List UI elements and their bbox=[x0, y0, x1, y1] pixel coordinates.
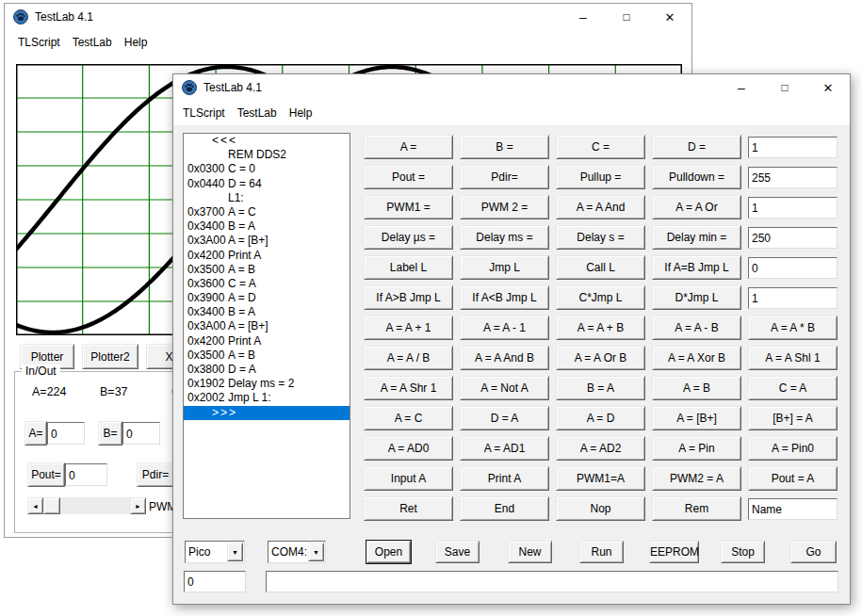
stop-button[interactable]: Stop bbox=[721, 541, 765, 563]
minimize-icon[interactable]: – bbox=[561, 4, 605, 30]
op-button-r9c5[interactable]: C = A bbox=[748, 376, 838, 400]
param-field-r3[interactable] bbox=[748, 197, 838, 219]
op-button-r5c2[interactable]: Jmp L bbox=[460, 255, 549, 280]
param-field-r13[interactable] bbox=[748, 498, 838, 520]
listing-row[interactable]: 0x3A00A = [B+] bbox=[184, 234, 350, 248]
listing-row[interactable]: 0x3500A = B bbox=[184, 263, 350, 277]
listing-row[interactable]: 0x3A00A = [B+] bbox=[184, 319, 350, 333]
op-button-r4c3[interactable]: Delay s = bbox=[556, 225, 645, 250]
listing-row[interactable]: L1: bbox=[184, 191, 350, 205]
op-button-r10c2[interactable]: D = A bbox=[460, 406, 549, 430]
message-field[interactable] bbox=[266, 571, 838, 592]
op-button-r13c4[interactable]: Rem bbox=[652, 496, 741, 521]
op-button-r11c2[interactable]: A = AD1 bbox=[460, 436, 549, 461]
op-button-r4c2[interactable]: Delay ms = bbox=[460, 225, 549, 250]
menu-testlab[interactable]: TestLab bbox=[73, 36, 112, 49]
param-field-r2[interactable] bbox=[748, 167, 838, 188]
op-button-r7c2[interactable]: A = A - 1 bbox=[460, 316, 549, 340]
pdir-button[interactable]: Pdir= bbox=[137, 462, 174, 487]
op-button-r4c1[interactable]: Delay µs = bbox=[364, 225, 453, 250]
param-field-r5[interactable] bbox=[748, 257, 838, 279]
param-field-r6[interactable] bbox=[748, 287, 838, 309]
op-button-r12c1[interactable]: Input A bbox=[364, 466, 453, 491]
op-button-r13c3[interactable]: Nop bbox=[556, 496, 645, 521]
op-button-r8c4[interactable]: A = A Xor B bbox=[652, 346, 741, 370]
op-button-r1c3[interactable]: C = bbox=[556, 135, 645, 159]
chevron-down-icon[interactable]: ▼ bbox=[308, 543, 324, 561]
scrollbar-thumb[interactable] bbox=[43, 497, 60, 514]
value-field[interactable] bbox=[184, 571, 246, 592]
listing-row[interactable]: 0x4200Print A bbox=[184, 249, 350, 263]
op-button-r11c3[interactable]: A = AD2 bbox=[556, 436, 645, 461]
op-button-r2c2[interactable]: Pdir= bbox=[460, 165, 549, 189]
run-button[interactable]: Run bbox=[579, 541, 624, 563]
op-button-r2c3[interactable]: Pullup = bbox=[556, 165, 645, 189]
op-button-r2c1[interactable]: Pout = bbox=[364, 165, 453, 189]
listing-row[interactable]: 0x0300C = 0 bbox=[184, 162, 350, 176]
op-button-r7c3[interactable]: A = A + B bbox=[556, 316, 645, 340]
listing-row-selected[interactable]: >>> bbox=[184, 406, 350, 420]
op-button-r13c2[interactable]: End bbox=[460, 496, 549, 521]
maximize-icon[interactable]: □ bbox=[763, 74, 806, 101]
plotter2-button[interactable]: Plotter2 bbox=[82, 344, 138, 369]
op-button-r5c1[interactable]: Label L bbox=[364, 255, 453, 280]
op-button-r3c4[interactable]: A = A Or bbox=[652, 195, 741, 219]
listing-row[interactable]: 0x0440D = 64 bbox=[184, 177, 350, 191]
param-field-r1[interactable] bbox=[748, 137, 838, 158]
op-button-r10c4[interactable]: A = [B+] bbox=[652, 406, 741, 430]
scroll-left-icon[interactable]: ◄ bbox=[27, 497, 43, 514]
op-button-r1c4[interactable]: D = bbox=[652, 135, 741, 159]
op-button-r4c4[interactable]: Delay min = bbox=[652, 225, 741, 250]
listing-row[interactable]: 0x3400B = A bbox=[184, 305, 350, 319]
op-button-r5c3[interactable]: Call L bbox=[556, 255, 645, 280]
param-field-r4[interactable] bbox=[748, 227, 838, 249]
op-button-r8c5[interactable]: A = A Shl 1 bbox=[748, 346, 838, 370]
op-button-r12c3[interactable]: PWM1=A bbox=[556, 466, 645, 491]
menu-tlscript[interactable]: TLScript bbox=[183, 106, 225, 120]
new-button[interactable]: New bbox=[508, 541, 552, 563]
set-a-button[interactable]: A= bbox=[24, 421, 47, 446]
op-button-r9c1[interactable]: A = A Shr 1 bbox=[364, 376, 453, 400]
op-button-r9c4[interactable]: A = B bbox=[652, 376, 741, 400]
op-button-r9c2[interactable]: A = Not A bbox=[460, 376, 549, 400]
op-button-r3c3[interactable]: A = A And bbox=[556, 195, 645, 219]
menu-tlscript[interactable]: TLScript bbox=[18, 36, 60, 49]
listing-row[interactable]: 0x4200Print A bbox=[184, 334, 350, 349]
listing-row[interactable]: 0x3500A = B bbox=[184, 349, 350, 363]
op-button-r6c2[interactable]: If A<B Jmp L bbox=[460, 285, 549, 310]
op-button-r10c5[interactable]: [B+] = A bbox=[748, 406, 838, 430]
op-button-r8c2[interactable]: A = A And B bbox=[460, 346, 549, 370]
op-button-r12c4[interactable]: PWM2 = A bbox=[652, 466, 741, 491]
op-button-r5c4[interactable]: If A=B Jmp L bbox=[652, 255, 741, 280]
a-input[interactable] bbox=[47, 422, 85, 445]
scrollbar-track[interactable] bbox=[60, 497, 130, 514]
b-input[interactable] bbox=[122, 422, 160, 445]
pout-button[interactable]: Pout= bbox=[27, 462, 65, 487]
op-button-r8c3[interactable]: A = A Or B bbox=[556, 346, 645, 370]
op-button-r11c4[interactable]: A = Pin bbox=[652, 436, 741, 461]
op-button-r7c5[interactable]: A = A * B bbox=[748, 316, 838, 340]
minimize-icon[interactable]: – bbox=[720, 74, 763, 101]
op-button-r1c2[interactable]: B = bbox=[460, 135, 549, 159]
op-button-r7c1[interactable]: A = A + 1 bbox=[364, 316, 453, 340]
op-button-r12c5[interactable]: Pout = A bbox=[748, 466, 838, 491]
eeprom-button[interactable]: EEPROM bbox=[649, 541, 699, 563]
com-port-select[interactable]: COM4: ▼ bbox=[268, 541, 326, 563]
device-select[interactable]: Pico ▼ bbox=[185, 541, 245, 563]
op-button-r10c1[interactable]: A = C bbox=[364, 406, 453, 430]
op-button-r6c4[interactable]: D*Jmp L bbox=[652, 285, 741, 310]
open-button[interactable]: Open bbox=[366, 541, 411, 563]
op-button-r6c3[interactable]: C*Jmp L bbox=[556, 285, 645, 310]
op-button-r11c5[interactable]: A = Pin0 bbox=[748, 436, 838, 461]
op-button-r13c1[interactable]: Ret bbox=[364, 496, 453, 521]
listing-row[interactable]: 0x1902Delay ms = 2 bbox=[184, 377, 350, 391]
listing-row[interactable]: REM DDS2 bbox=[184, 148, 350, 162]
chevron-down-icon[interactable]: ▼ bbox=[227, 543, 243, 561]
op-button-r1c1[interactable]: A = bbox=[364, 135, 453, 159]
pwm-scrollbar[interactable]: ◄ ► bbox=[27, 497, 146, 514]
menu-help[interactable]: Help bbox=[124, 36, 148, 49]
listing-row[interactable]: <<< bbox=[184, 134, 350, 148]
op-button-r7c4[interactable]: A = A - B bbox=[652, 316, 741, 340]
op-button-r10c3[interactable]: A = D bbox=[556, 406, 645, 430]
op-button-r2c4[interactable]: Pulldown = bbox=[652, 165, 741, 189]
